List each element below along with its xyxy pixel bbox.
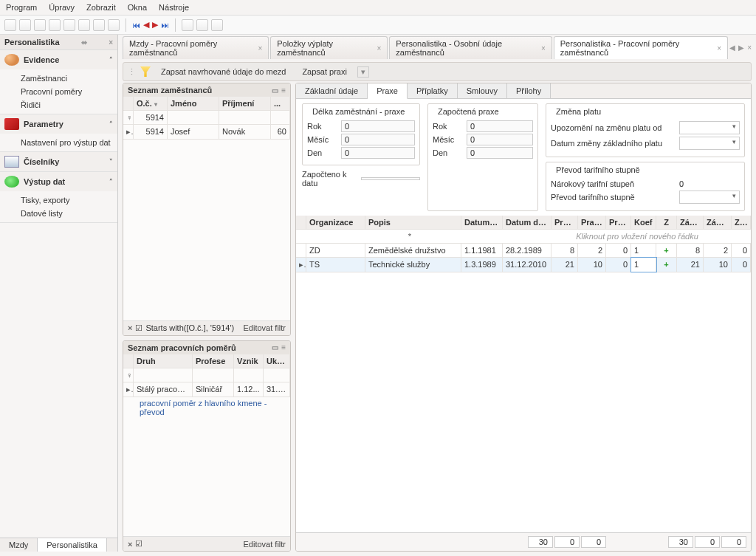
tool-new-icon[interactable] [34, 19, 46, 31]
panel-menu-icon[interactable]: ≡ [281, 86, 286, 95]
relations-grid[interactable]: Druh Profese Vznik Uko... ♀ ▸ Stálý prac… [123, 354, 290, 536]
employee-row[interactable]: ▸ 5914 Josef Novák 60 [123, 125, 290, 140]
menu-expand-icon[interactable]: ⋮ [128, 67, 136, 77]
col-zap-dnu[interactable]: Záp. dnů [732, 216, 751, 229]
menu-program[interactable]: Program [6, 3, 37, 12]
delka-den-field[interactable]: 0 [341, 147, 415, 159]
nav-last-icon[interactable]: ⏭ [161, 21, 169, 30]
close-icon[interactable]: × [109, 38, 113, 47]
doc-tab-2[interactable]: Personalistika - Osobní údaje zaměstnanc… [389, 36, 551, 59]
tab-close-icon[interactable]: × [377, 44, 382, 52]
col-datum-do[interactable]: Datum do ▴ [503, 216, 551, 229]
doc-tab-1[interactable]: Položky výplaty zaměstnanců× [270, 36, 388, 59]
col-z[interactable]: Z [656, 216, 677, 229]
tab-zakladni[interactable]: Základní údaje [296, 83, 368, 98]
pin-icon[interactable]: ⬌ [81, 38, 87, 47]
filter-enable-checkbox[interactable]: ☑ [135, 539, 142, 549]
panel-menu-icon[interactable]: ≡ [281, 343, 286, 351]
menu-okna[interactable]: Okna [128, 3, 147, 12]
narok-field[interactable]: 0 [679, 179, 740, 188]
tab-close-icon[interactable]: × [541, 44, 546, 52]
filter-oc-input[interactable]: 5914 [134, 111, 168, 124]
tabs-next-icon[interactable]: ▶ [738, 44, 744, 52]
cell-koef[interactable]: 1 [631, 244, 656, 257]
tab-priplatky[interactable]: Příplatky [408, 83, 458, 98]
col-prijmeni[interactable]: Příjmení [219, 97, 271, 110]
menu-zobrazit[interactable]: Zobrazit [86, 3, 116, 12]
col-vznik[interactable]: Vznik [234, 354, 264, 368]
section-evidence[interactable]: Evidence ˄ [0, 50, 117, 69]
doc-tab-0[interactable]: Mzdy - Pracovní poměry zaměstnanců× [123, 36, 269, 59]
sidebar-item-nastaveni-vystup[interactable]: Nastavení pro výstup dat [0, 136, 117, 149]
panel-window-icon[interactable]: ▭ [272, 343, 278, 351]
praxe-row[interactable]: ▸ TS Technické služby 1.3.1989 31.12.201… [296, 258, 751, 272]
relation-row[interactable]: ▸ Stálý pracovní p... Silničář 1.12... 3… [123, 382, 290, 397]
sidebar-item-tisky[interactable]: Tisky, exporty [0, 193, 117, 207]
tool-print-icon[interactable] [182, 19, 193, 31]
col-datum-od[interactable]: Datum od [461, 216, 503, 229]
bottom-tab-mzdy[interactable]: Mzdy [0, 538, 38, 552]
tool-copy-icon[interactable] [49, 19, 61, 31]
panel-window-icon[interactable]: ▭ [272, 86, 278, 95]
tab-prilohy[interactable]: Přílohy [507, 83, 551, 98]
filter-clear-icon[interactable]: × [128, 323, 132, 332]
col-organizace[interactable]: Organizace [306, 216, 365, 229]
add-icon[interactable]: + [659, 260, 673, 269]
col-extra[interactable]: ... [271, 97, 290, 110]
dropdown-icon[interactable]: ▾ [357, 66, 369, 78]
zapsat-mezd-button[interactable]: Zapsat navrhované údaje do mezd [155, 66, 292, 78]
zap-rok-field[interactable]: 0 [467, 120, 533, 132]
col-uko[interactable]: Uko... [264, 354, 290, 368]
filter-enable-checkbox[interactable]: ☑ [135, 323, 142, 333]
tool-refresh-icon[interactable] [93, 19, 105, 31]
tool-export-icon[interactable] [211, 19, 223, 31]
nav-first-icon[interactable]: ⏮ [132, 21, 140, 30]
tool-open-icon[interactable] [19, 19, 31, 31]
col-praxe-roku[interactable]: Praxe roků [551, 216, 578, 229]
datum-zmeny-combo[interactable] [679, 137, 740, 150]
grid-filter-row[interactable]: ♀ [123, 368, 290, 382]
sidebar-item-zamestnanci[interactable]: Zaměstnanci [0, 72, 117, 85]
cell-koef[interactable]: 1 [631, 258, 656, 272]
sidebar-item-pracovni-pomery[interactable]: Pracovní poměry [0, 85, 117, 98]
tool-save-icon[interactable] [4, 19, 16, 31]
filter-extra-input[interactable] [271, 111, 290, 124]
zapocteno-date-field[interactable] [361, 177, 420, 180]
upozorneni-combo[interactable] [679, 121, 740, 134]
employees-grid[interactable]: O.č. ▾ Jméno Příjmení ... ♀ 5914 [123, 97, 290, 320]
doc-tab-3[interactable]: Personalistika - Pracovní poměry zaměstn… [554, 36, 728, 59]
menu-nastroje[interactable]: Nástroje [159, 3, 189, 12]
section-vystup-dat[interactable]: Výstup dat ˄ [0, 172, 117, 191]
zap-mesic-field[interactable]: 0 [467, 134, 533, 145]
col-zap-roku[interactable]: Záp. roků [677, 216, 704, 229]
edit-filter-button[interactable]: Editovat filtr [244, 540, 286, 549]
section-parametry[interactable]: Parametry ˄ [0, 114, 117, 134]
col-praxe-mesicu[interactable]: Praxe měsíců [578, 216, 606, 229]
section-ciselniky[interactable]: Číselníky ˅ [0, 152, 117, 171]
edit-filter-button[interactable]: Editovat filtr [244, 323, 286, 332]
tool-check-icon[interactable] [108, 19, 120, 31]
col-jmeno[interactable]: Jméno [168, 97, 219, 110]
tab-close-icon[interactable]: × [717, 44, 721, 52]
tabs-prev-icon[interactable]: ◀ [729, 44, 735, 52]
tab-close-icon[interactable]: × [258, 44, 262, 52]
col-druh[interactable]: Druh [134, 354, 193, 368]
nav-prev-icon[interactable]: ◀ [143, 20, 149, 30]
tab-smlouvy[interactable]: Smlouvy [458, 83, 507, 98]
tool-delete-icon[interactable] [78, 19, 90, 31]
add-icon[interactable]: + [659, 246, 673, 255]
filter-clear-icon[interactable]: × [128, 540, 132, 549]
delka-rok-field[interactable]: 0 [341, 120, 415, 132]
filter-prijmeni-input[interactable] [219, 111, 271, 124]
menu-upravy[interactable]: Úpravy [49, 3, 75, 12]
tool-edit-icon[interactable] [63, 19, 75, 31]
filter-jmeno-input[interactable] [168, 111, 219, 124]
sidebar-item-datove-listy[interactable]: Datové listy [0, 207, 117, 220]
tabs-close-all-icon[interactable]: × [747, 44, 752, 52]
zap-den-field[interactable]: 0 [467, 147, 533, 159]
col-oc[interactable]: O.č. ▾ [134, 97, 168, 110]
col-praxe-dnu[interactable]: Praxe dnů [606, 216, 631, 229]
new-row-placeholder[interactable]: * Kliknout pro vložení nového řádku [296, 230, 751, 244]
col-popis[interactable]: Popis [365, 216, 461, 229]
delka-mesic-field[interactable]: 0 [341, 134, 415, 145]
